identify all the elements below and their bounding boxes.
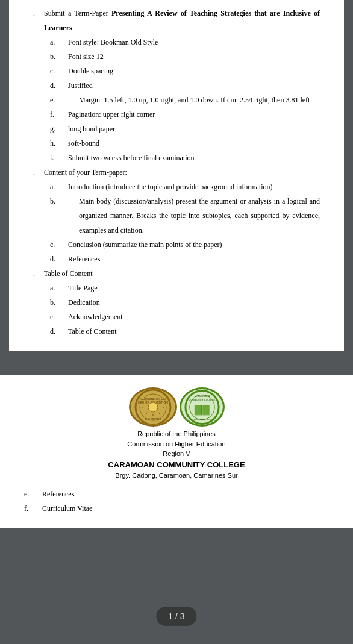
sub-list-item-1i: i. Submit two weeks before final examina…	[50, 151, 320, 165]
content-term-paper-label: Content of your Term-paper:	[44, 168, 127, 177]
sub-marker-1f: f.	[50, 107, 68, 122]
sub-list-3: a. Title Page b. Dedication c. Acknowled…	[50, 281, 320, 339]
page-current: 1	[168, 611, 173, 621]
sub-list-item-1h: h. soft-bound	[50, 136, 320, 151]
separator	[0, 351, 353, 363]
sub-marker-2b: b.	[50, 194, 68, 208]
commission-text: Commission on Higher Education	[108, 439, 245, 449]
footer-marker-e: e.	[24, 487, 42, 501]
sub-list-item-3b: b. Dedication	[50, 295, 320, 310]
footer-text-e: References	[42, 487, 74, 501]
svg-text:COMMUNITY COLLEGE: COMMUNITY COLLEGE	[189, 398, 215, 401]
sub-list-item-3c: c. Acknowledgement	[50, 310, 320, 324]
sub-list-item-2a: a. Introduction (introduce the topic and…	[50, 180, 320, 194]
sub-content-1a: Font style: Bookman Old Style	[68, 35, 320, 49]
sub-content-1f: Pagination: upper right corner	[68, 107, 320, 122]
main-marker-1: .	[33, 6, 44, 20]
sub-list-item-3a: a. Title Page	[50, 281, 320, 295]
sub-content-1d: Justified	[68, 78, 320, 93]
footer-area: COMMISSION ON HIGHER EDUCATION PHILIPPIN…	[0, 375, 353, 528]
sub-marker-1a: a.	[50, 35, 68, 49]
sub-marker-3d: d.	[50, 324, 68, 339]
footer-marker-f: f.	[24, 501, 42, 516]
sub-list-item-1g: g. long bond paper	[50, 122, 320, 136]
sub-list-item-1f: f. Pagination: upper right corner	[50, 107, 320, 122]
sub-marker-1h: h.	[50, 136, 68, 151]
sub-list-item-1d: d. Justified	[50, 78, 320, 93]
footer-text-f: Curriculum Vitae	[42, 501, 92, 516]
college-logo-area: COMMISSION ON HIGHER EDUCATION PHILIPPIN…	[129, 387, 225, 427]
sub-content-2b: Main body (discussion/analysis) present …	[68, 194, 320, 237]
page-indicator: 1 / 3	[156, 607, 196, 626]
sub-content-3d: Table of Content	[68, 324, 320, 339]
sub-list-item-2c: c. Conclusion (summarize the main points…	[50, 237, 320, 252]
main-list-item-3: . Table of Content a. Title Page b. Dedi…	[33, 266, 320, 339]
sub-list-1: a. Font style: Bookman Old Style b. Font…	[50, 35, 320, 165]
sub-marker-2a: a.	[50, 180, 68, 194]
ched-logo: COMMISSION ON HIGHER EDUCATION PHILIPPIN…	[129, 387, 177, 427]
svg-point-4	[148, 402, 158, 412]
sub-content-2d: References	[68, 252, 320, 266]
sub-list-item-3d: d. Table of Content	[50, 324, 320, 339]
sub-content-1i: Submit two weeks before final examinatio…	[68, 151, 320, 165]
sub-content-1h: soft-bound	[68, 136, 320, 151]
main-content-3: Table of Content a. Title Page b. Dedica…	[44, 266, 320, 339]
sub-list-item-2b: b. Main body (discussion/analysis) prese…	[50, 194, 320, 237]
sub-list-item-1e: e. Margin: 1.5 left, 1.0 up, 1.0 right, …	[50, 93, 320, 107]
footer-list-item-f: f. Curriculum Vitae	[24, 501, 329, 516]
sub-content-1c: Double spacing	[68, 64, 320, 78]
sub-marker-2c: c.	[50, 237, 68, 252]
sub-list-item-1c: c. Double spacing	[50, 64, 320, 78]
sub-content-2c: Conclusion (summarize the main points of…	[68, 237, 320, 252]
sub-content-3c: Acknowledgement	[68, 310, 320, 324]
footer-list-item-e: e. References	[24, 487, 329, 501]
sub-marker-3b: b.	[50, 295, 68, 310]
page-total: 3	[180, 611, 185, 621]
svg-text:CARAMOAN: CARAMOAN	[194, 395, 210, 398]
footer-list: e. References f. Curriculum Vitae	[24, 487, 329, 516]
page-separator: /	[175, 611, 178, 621]
sub-list-2: a. Introduction (introduce the topic and…	[50, 180, 320, 266]
sub-list-item-1b: b. Font size 12	[50, 49, 320, 64]
sub-marker-2d: d.	[50, 252, 68, 266]
svg-rect-19	[195, 405, 201, 415]
republic-text: Republic of the Philippines	[108, 429, 245, 439]
sub-content-3a: Title Page	[68, 281, 320, 295]
main-content-2: Content of your Term-paper: a. Introduct…	[44, 165, 320, 266]
page-container: . Submit a Term-Paper Presenting A Revie…	[0, 0, 353, 528]
document-page: . Submit a Term-Paper Presenting A Revie…	[9, 0, 344, 351]
main-list-item-1: . Submit a Term-Paper Presenting A Revie…	[33, 6, 320, 165]
sub-list-item-1a: a. Font style: Bookman Old Style	[50, 35, 320, 49]
sub-content-2a: Introduction (introduce the topic and pr…	[68, 180, 320, 194]
sub-marker-1c: c.	[50, 64, 68, 78]
sub-content-1b: Font size 12	[68, 49, 320, 64]
doc-content: . Submit a Term-Paper Presenting A Revie…	[33, 6, 320, 339]
region-text: Region V	[108, 449, 245, 459]
sub-list-item-2d: d. References	[50, 252, 320, 266]
college-logo: CARAMOAN COMMUNITY COLLEGE INTEGRITY·RES…	[180, 387, 225, 427]
sub-content-1e: Margin: 1.5 left, 1.0 up, 1.0 right, and…	[68, 93, 320, 107]
main-content-1: Submit a Term-Paper Presenting A Review …	[44, 6, 320, 165]
svg-text:PHILIPPINES: PHILIPPINES	[145, 418, 161, 421]
table-of-content-label: Table of Content	[44, 269, 92, 278]
sub-content-1g: long bond paper	[68, 122, 320, 136]
sub-content-3b: Dedication	[68, 295, 320, 310]
main-list-item-2: . Content of your Term-paper: a. Introdu…	[33, 165, 320, 266]
sub-marker-1b: b.	[50, 49, 68, 64]
sub-marker-1g: g.	[50, 122, 68, 136]
main-marker-2: .	[33, 165, 44, 180]
sub-marker-3c: c.	[50, 310, 68, 324]
main-marker-3: .	[33, 266, 44, 281]
college-name-text: CARAMOAN COMMUNITY COLLEGE	[108, 459, 245, 471]
svg-text:INTEGRITY·RESPECT: INTEGRITY·RESPECT	[190, 417, 214, 420]
sub-marker-1d: d.	[50, 78, 68, 93]
svg-rect-20	[202, 405, 209, 415]
sub-marker-1i: i.	[50, 151, 68, 165]
sub-marker-1e: e.	[50, 93, 68, 107]
sub-marker-3a: a.	[50, 281, 68, 295]
brgy-text: Brgy. Cadong, Caramoan, Camarines Sur	[108, 470, 245, 481]
college-info: Republic of the Philippines Commission o…	[108, 429, 245, 481]
submit-term-paper-label: Submit a Term-Paper	[44, 9, 111, 17]
